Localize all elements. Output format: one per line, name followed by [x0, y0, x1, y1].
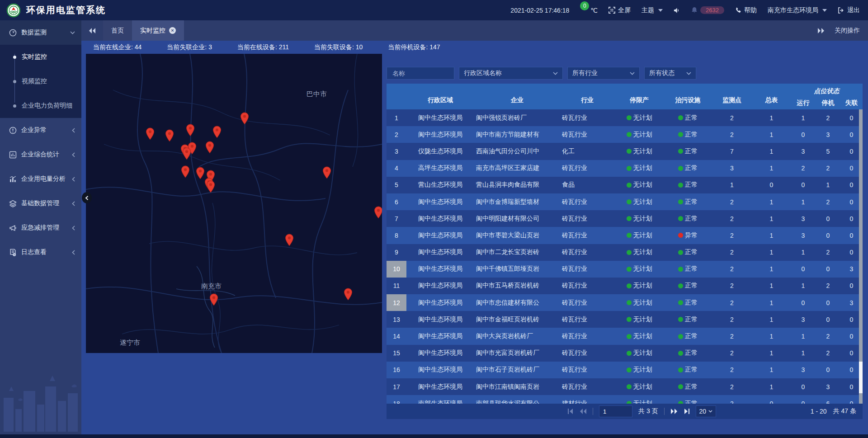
name-filter-input[interactable]	[392, 69, 449, 77]
map-pin-icon[interactable]	[374, 206, 382, 219]
tab-home[interactable]: 首页	[103, 20, 132, 41]
table-row[interactable]: 2阆中生态环境局阆中市南方节能建材有砖瓦行业无计划正常21030	[387, 126, 863, 143]
table-row[interactable]: 7阆中生态环境局阆中明阳建材有限公司砖瓦行业无计划正常21300	[387, 210, 863, 227]
map-pin-icon[interactable]	[186, 124, 195, 137]
prev-page-button[interactable]	[580, 409, 587, 414]
table-row[interactable]: 1阆中生态环境局阆中强锐页岩砖厂砖瓦行业无计划正常21120	[387, 109, 863, 126]
map-pin-icon[interactable]	[344, 288, 353, 301]
first-page-button[interactable]	[567, 409, 574, 414]
cell-shutdown: 3	[816, 126, 840, 143]
table-row[interactable]: 10阆中生态环境局阆中千佛镇五郎垭页岩砖瓦行业无计划正常21003	[387, 261, 863, 278]
close-operations-button[interactable]: 关闭操作	[835, 27, 860, 35]
sidebar-item-label: 企业电力负荷明细	[22, 102, 72, 110]
table-row[interactable]: 12阆中生态环境局阆中市忠信建材有限公砖瓦行业无计划正常21003	[387, 294, 863, 311]
org-menu[interactable]: 南充市生态环境局	[768, 6, 827, 14]
table-row[interactable]: 6阆中生态环境局阆中市金博瑞新型墙材砖瓦行业无计划正常21120	[387, 193, 863, 210]
tab-realtime-monitoring[interactable]: 实时监控×	[132, 20, 184, 41]
cell-meters: 1	[752, 143, 791, 160]
cell-region: 阆中生态环境局	[406, 109, 474, 126]
stop-status-label: 无计划	[633, 349, 652, 357]
table-row[interactable]: 5营山生态环境局营山县润丰肉食品有限食品无计划正常10010	[387, 177, 863, 193]
table-scrollbar-thumb[interactable]	[859, 362, 863, 393]
table-row[interactable]: 18南部生态环境局南部县瑞华水泥有限公建材行业无计划正常20060	[387, 395, 863, 404]
theme-button[interactable]: 主题	[642, 6, 663, 14]
table-row[interactable]: 17阆中生态环境局阆中市江南镇阆南页岩砖瓦行业无计划正常21030	[387, 378, 863, 395]
table-row[interactable]: 14阆中生态环境局阆中大兴页岩机砖厂砖瓦行业无计划正常21120	[387, 328, 863, 344]
map-pin-icon[interactable]	[240, 112, 249, 125]
last-page-button[interactable]	[684, 409, 690, 414]
map-pin-icon[interactable]	[182, 147, 191, 160]
sidebar-item-label: 日志查看	[21, 248, 72, 256]
sidebar-item-label: 基础数据管理	[21, 199, 72, 207]
map-pin-icon[interactable]	[196, 167, 205, 179]
page-input[interactable]	[599, 405, 632, 417]
row-number: 9	[387, 244, 406, 261]
region-filter-select[interactable]: 行政区域名称	[459, 67, 563, 80]
stop-status-label: 无计划	[633, 366, 652, 374]
sidebar-item-video-monitoring[interactable]: 视频监控	[0, 69, 81, 94]
table-scrollbar-track[interactable]	[859, 109, 863, 404]
industry-filter-select[interactable]: 所有行业	[567, 67, 640, 80]
sidebar-item-electricity-analysis[interactable]: 企业用电量分析	[0, 167, 81, 191]
notifications[interactable]: 2632	[691, 6, 724, 14]
mute-button[interactable]	[674, 7, 680, 14]
table-row[interactable]: 9阆中生态环境局阆中市二龙长宝页岩砖砖瓦行业无计划正常21120	[387, 244, 863, 261]
table-row[interactable]: 3仪陇生态环境局西南油气田分公司川中化工无计划正常71350	[387, 143, 863, 160]
sidebar-item-power-load-detail[interactable]: 企业电力负荷明细	[0, 94, 81, 118]
map-pin-icon[interactable]	[322, 166, 331, 179]
sidebar-item-realtime-monitoring[interactable]: 实时监控	[0, 45, 81, 69]
sidebar-item-log-view[interactable]: 日志查看	[0, 240, 81, 264]
cell-stop-status: 无计划	[614, 294, 664, 311]
cell-industry: 砖瓦行业	[560, 278, 614, 294]
sidebar-item-enterprise-anomaly[interactable]: 企业异常	[0, 118, 81, 142]
tabs-scroll-left-button[interactable]	[81, 28, 103, 33]
sidebar-item-basic-data[interactable]: 基础数据管理	[0, 191, 81, 216]
map-pin-icon[interactable]	[212, 126, 222, 138]
cell-facility-status: 正常	[664, 126, 712, 143]
map-pin-icon[interactable]	[206, 180, 215, 193]
map-pin-icon[interactable]	[205, 141, 214, 154]
table-row[interactable]: 11阆中生态环境局阆中市五马桥页岩机砖砖瓦行业无计划正常21120	[387, 278, 863, 294]
map-pin-icon[interactable]	[285, 234, 294, 246]
tab-close-icon[interactable]: ×	[169, 27, 176, 34]
sidebar-item-emergency-reduction[interactable]: 应急减排管理	[0, 216, 81, 240]
map-pin-icon[interactable]	[165, 129, 174, 142]
cell-stop-status: 无计划	[614, 109, 664, 126]
facility-status-label: 正常	[685, 114, 698, 122]
help-button[interactable]: 帮助	[735, 6, 757, 14]
tabs-scroll-right-button[interactable]	[817, 28, 825, 33]
sidebar-item-enterprise-statistics[interactable]: 企业综合统计	[0, 142, 81, 167]
chevron-down-icon	[70, 31, 75, 34]
name-filter-input-wrap[interactable]	[387, 67, 454, 80]
logout-button[interactable]: 退出	[838, 6, 860, 14]
map-pin-icon[interactable]	[181, 165, 190, 178]
table-row[interactable]: 15阆中生态环境局阆中市光富页岩机砖厂砖瓦行业无计划正常21120	[387, 345, 863, 362]
sidebar-collapse-button[interactable]	[82, 192, 92, 203]
table-row[interactable]: 16阆中生态环境局阆中市石子页岩机砖厂砖瓦行业无计划正常21300	[387, 362, 863, 378]
map-pin-icon[interactable]	[146, 127, 155, 140]
sidebar-item-data-monitoring[interactable]: 数据监测	[0, 20, 81, 45]
cell-industry: 化工	[560, 143, 614, 160]
page-size-select[interactable]: 20	[696, 405, 717, 417]
status-dot-green	[627, 351, 632, 356]
cell-running: 0	[791, 126, 816, 143]
total-pages-label: 共 3 页	[638, 407, 658, 415]
bullet-icon	[13, 56, 16, 59]
cell-stop-status: 无计划	[614, 126, 664, 143]
map-pin-icon[interactable]	[209, 293, 218, 306]
cell-facility-status: 正常	[664, 311, 712, 328]
cell-stop-status: 无计划	[614, 143, 664, 160]
cell-shutdown: 2	[816, 278, 840, 294]
bullet-icon	[13, 104, 16, 108]
next-page-button[interactable]	[670, 409, 678, 414]
status-filter-select[interactable]: 所有状态	[644, 67, 696, 80]
fullscreen-button[interactable]: 全屏	[609, 6, 631, 14]
map-panel[interactable]: 巴中市南充市遂宁市	[86, 54, 382, 353]
status-dot-green	[678, 351, 683, 356]
table-row[interactable]: 13阆中生态环境局阆中市金福旺页岩机砖砖瓦行业无计划正常21300	[387, 311, 863, 328]
cell-running: 3	[791, 227, 816, 244]
table-row[interactable]: 8阆中生态环境局阆中市枣碧大梁山页岩砖瓦行业无计划异常21300	[387, 227, 863, 244]
cell-running: 1	[791, 345, 816, 362]
cell-shutdown: 2	[816, 244, 840, 261]
table-row[interactable]: 4高坪生态环境局南充市高坪区王家店建砖瓦行业无计划正常31220	[387, 160, 863, 177]
